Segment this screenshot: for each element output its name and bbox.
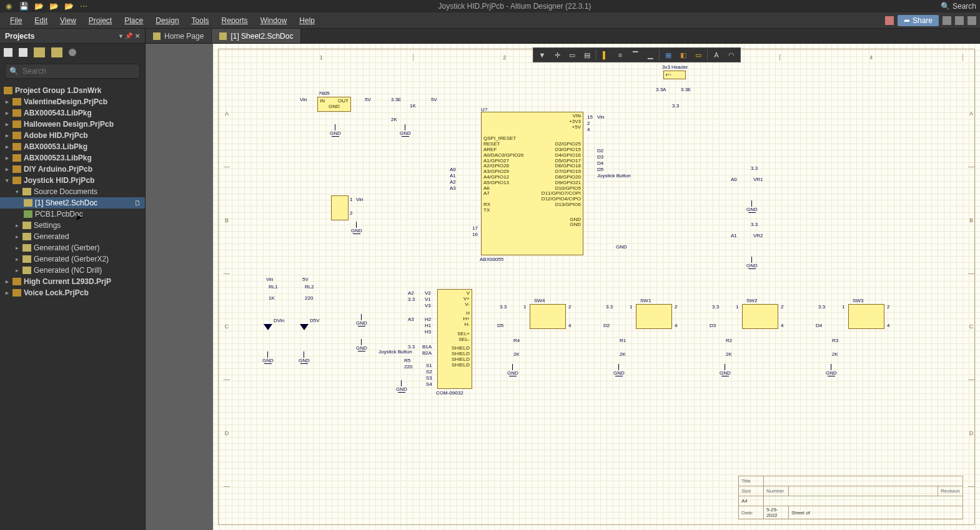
panel-search-input[interactable] — [22, 67, 136, 76]
chevron-right-icon[interactable]: ▸ — [4, 121, 10, 127]
part-3v3-header[interactable]: ▪▫▫ — [663, 71, 686, 79]
led-symbol[interactable] — [300, 324, 309, 330]
global-search[interactable]: 🔍 Search — [941, 2, 976, 11]
tree-folder[interactable]: ▸Generated — [0, 231, 145, 242]
notify-icon[interactable] — [885, 16, 894, 25]
save-icon[interactable]: 💾 — [19, 2, 29, 11]
panel-pin-icon[interactable]: 📌 — [125, 32, 132, 39]
tree-folder[interactable]: ▸Generated (NC Drill) — [0, 265, 145, 276]
tree-folder[interactable]: ▸Generated (Gerber) — [0, 242, 145, 253]
net-label: 3.3 — [672, 103, 679, 109]
rect-icon[interactable]: ▭ — [566, 49, 578, 61]
tree-sch-doc[interactable]: [1] Sheet2.SchDoc🗋 — [0, 197, 145, 209]
menu-edit[interactable]: Edit — [28, 14, 54, 27]
tree-group[interactable]: Project Group 1.DsnWrk — [0, 85, 145, 96]
panel-search[interactable]: 🔍 — [5, 64, 140, 79]
part-mcu[interactable]: VIN +3V3 +5V QSPI_!RESET RESETD2/GPIO25 … — [481, 112, 583, 255]
comment-icon[interactable]: ▭ — [692, 49, 705, 61]
part-switch[interactable] — [742, 304, 778, 329]
part-7805[interactable]: INOUT GND — [317, 97, 351, 112]
tree-project[interactable]: ▸High Current L293D.PrjP — [0, 276, 145, 287]
stack-icon[interactable]: ▤ — [581, 49, 593, 61]
tree-folder[interactable]: ▸Settings — [0, 220, 145, 231]
tree-source-docs[interactable]: ▾Source Documents — [0, 186, 145, 197]
menu-help[interactable]: Help — [293, 14, 321, 27]
tab-home[interactable]: Home Page — [146, 29, 212, 43]
part-joystick-ic[interactable]: V V+ V- H H+ H- SEL+ SEL- SHIELD SHIELD … — [437, 289, 472, 389]
grid-icon[interactable]: ▦ — [662, 49, 675, 61]
text-icon[interactable]: A — [710, 49, 723, 61]
open3-icon[interactable]: 📂 — [64, 2, 74, 11]
tb-compile-icon[interactable] — [19, 48, 27, 57]
menu-tools[interactable]: Tools — [186, 14, 215, 27]
tree-project[interactable]: ▸Voice Lock.PrjPcb — [0, 287, 145, 298]
layer-icon[interactable]: ◧ — [677, 49, 690, 61]
chevron-down-icon[interactable]: ▾ — [14, 189, 20, 195]
menu-view[interactable]: View — [54, 14, 82, 27]
chevron-right-icon[interactable]: ▸ — [4, 132, 10, 139]
part-switch[interactable] — [530, 304, 566, 329]
chevron-right-icon[interactable]: ▸ — [4, 278, 10, 285]
chevron-right-icon[interactable]: ▸ — [14, 245, 20, 251]
chevron-right-icon[interactable]: ▸ — [14, 267, 20, 273]
chevron-down-icon[interactable]: ▾ — [4, 177, 10, 184]
tree-label: ValentineDesign.PrjPcb — [24, 97, 107, 106]
arc-icon[interactable]: ◠ — [725, 49, 738, 61]
panel-close-icon[interactable]: ✕ — [135, 32, 140, 39]
tree-project[interactable]: ▸Adobe HID.PrjPcb — [0, 130, 145, 141]
tb-gear-icon[interactable] — [69, 49, 76, 56]
chevron-right-icon[interactable]: ▸ — [4, 110, 10, 116]
menu-project[interactable]: Project — [82, 14, 118, 27]
active-bar[interactable]: ▼ ✛ ▭ ▤ ▌ ≡ ▔ ▁ ▦ ◧ ▭ A ◠ — [533, 47, 741, 62]
filter-icon[interactable]: ▼ — [536, 49, 548, 61]
tree-project[interactable]: ▸ValentineDesign.PrjPcb — [0, 96, 145, 107]
tb-folder1-icon[interactable] — [34, 47, 45, 57]
chevron-right-icon[interactable]: ▸ — [4, 155, 10, 161]
align-top-icon[interactable]: ▔ — [629, 49, 641, 61]
open-icon[interactable]: 📂 — [34, 2, 44, 11]
part-switch[interactable] — [848, 304, 884, 329]
tree-project[interactable]: ▸ABX00053.LibPkg — [0, 141, 145, 152]
user-icon[interactable] — [968, 16, 976, 25]
more-icon[interactable]: ⋯ — [79, 2, 89, 11]
tb-folder2-icon[interactable] — [51, 47, 62, 57]
gear-icon[interactable] — [955, 16, 964, 25]
tree-project[interactable]: ▸Halloween Design.PrjPcb — [0, 119, 145, 130]
chevron-right-icon[interactable]: ▸ — [4, 144, 10, 150]
net-label: 3.3 — [751, 165, 758, 171]
chevron-right-icon[interactable]: ▸ — [14, 256, 20, 262]
menu-place[interactable]: Place — [118, 14, 149, 27]
tree-project[interactable]: ▸ABX000523.LibPkg — [0, 152, 145, 164]
chevron-right-icon[interactable]: ▸ — [14, 222, 20, 228]
chevron-right-icon[interactable]: ▸ — [14, 233, 20, 240]
part-dipswitch[interactable] — [331, 195, 349, 220]
crosshair-icon[interactable]: ✛ — [551, 49, 563, 61]
chevron-right-icon[interactable]: ▸ — [4, 99, 10, 105]
align-bottom-icon[interactable]: ▁ — [644, 49, 656, 61]
chevron-right-icon[interactable]: ▸ — [4, 166, 10, 172]
tree-project[interactable]: ▸ABX000543.LibPkg — [0, 107, 145, 119]
schematic-sheet[interactable]: 1 2 3 4 A B C D A B C D — [213, 44, 980, 530]
distribute-h-icon[interactable]: ≡ — [614, 49, 626, 61]
open2-icon[interactable]: 📂 — [49, 2, 59, 11]
tree-project[interactable]: ▸DIY Arduino.PrjPcb — [0, 164, 145, 175]
tb-project-icon[interactable] — [4, 48, 12, 57]
tree-project-active[interactable]: ▾Joystick HID.PrjPcb — [0, 175, 145, 186]
project-tree[interactable]: Project Group 1.DsnWrk ▸ValentineDesign.… — [0, 81, 145, 530]
led-symbol[interactable] — [264, 324, 272, 330]
part-switch[interactable] — [636, 304, 672, 329]
projects-panel: Projects ▾ 📌 ✕ 🔍 Project Group 1.DsnWrk … — [0, 29, 146, 530]
tree-pcb-doc[interactable]: PCB1.PcbDoc — [0, 209, 145, 220]
tree-folder[interactable]: ▸Generated (GerberX2) — [0, 253, 145, 265]
menu-window[interactable]: Window — [254, 14, 294, 27]
share-button[interactable]: ➦ Share — [898, 15, 939, 26]
panel-menu-icon[interactable]: ▾ — [119, 32, 122, 39]
menu-design[interactable]: Design — [149, 14, 185, 27]
menu-reports[interactable]: Reports — [215, 14, 254, 27]
home-icon[interactable] — [943, 16, 951, 25]
schematic-canvas[interactable]: 1 2 3 4 A B C D A B C D — [146, 44, 980, 530]
menu-file[interactable]: File — [4, 14, 28, 27]
align-left-icon[interactable]: ▌ — [599, 49, 611, 61]
chevron-right-icon[interactable]: ▸ — [4, 290, 10, 296]
tab-schdoc[interactable]: [1] Sheet2.SchDoc — [212, 29, 301, 43]
